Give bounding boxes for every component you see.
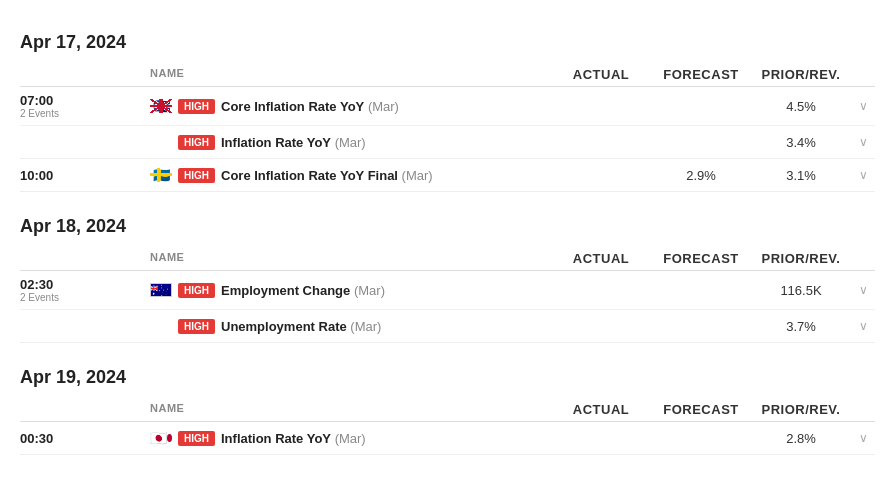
expand-chevron-icon[interactable]: ∨ — [851, 99, 875, 113]
event-name-text: Core Inflation Rate YoY Final (Mar) — [221, 168, 433, 183]
expand-chevron-icon[interactable]: ∨ — [851, 135, 875, 149]
section-2: Apr 19, 2024 NAME ACTUAL FORECAST PRIOR/… — [20, 367, 875, 455]
time-cell: 07:002 Events — [20, 93, 150, 119]
event-prior: 2.8% — [751, 431, 851, 446]
event-prior: 4.5% — [751, 99, 851, 114]
col-header-forecast: FORECAST — [651, 67, 751, 82]
event-period: (Mar) — [402, 168, 433, 183]
event-period: (Mar) — [354, 283, 385, 298]
table-row: 10:00🇸🇪HIGHCore Inflation Rate YoY Final… — [20, 159, 875, 191]
section-0: Apr 17, 2024 NAME ACTUAL FORECAST PRIOR/… — [20, 32, 875, 192]
event-forecast: 2.9% — [651, 168, 751, 183]
events-count: 2 Events — [20, 108, 150, 119]
event-prior: 3.1% — [751, 168, 851, 183]
col-header-actual: ACTUAL — [551, 67, 651, 82]
high-badge: HIGH — [178, 135, 215, 150]
event-period: (Mar) — [335, 431, 366, 446]
table-header: NAME ACTUAL FORECAST PRIOR/REV. — [20, 398, 875, 422]
event-period: (Mar) — [368, 99, 399, 114]
event-name-cell: HIGHInflation Rate YoY (Mar) — [150, 135, 551, 150]
col-header-prior: PRIOR/REV. — [751, 251, 851, 266]
expand-chevron-icon[interactable]: ∨ — [851, 319, 875, 333]
table-container: NAME ACTUAL FORECAST PRIOR/REV. 00:30🇯🇵H… — [20, 398, 875, 455]
time-cell: 02:302 Events — [20, 277, 150, 303]
event-name-text: Core Inflation Rate YoY (Mar) — [221, 99, 399, 114]
event-time: 07:00 — [20, 93, 150, 108]
event-name-text: Unemployment Rate (Mar) — [221, 319, 381, 334]
col-header-forecast: FORECAST — [651, 402, 751, 417]
high-badge: HIGH — [178, 283, 215, 298]
event-name-text: Inflation Rate YoY (Mar) — [221, 135, 366, 150]
event-time: 10:00 — [20, 168, 150, 183]
col-header-actual: ACTUAL — [551, 251, 651, 266]
event-name-cell: 🇸🇪HIGHCore Inflation Rate YoY Final (Mar… — [150, 168, 551, 183]
table-row: 02:302 Events🇦🇺HIGHEmployment Change (Ma… — [20, 271, 875, 310]
date-header: Apr 19, 2024 — [20, 367, 875, 388]
event-name-text: Inflation Rate YoY (Mar) — [221, 431, 366, 446]
time-cell: 00:30 — [20, 431, 150, 446]
table-header: NAME ACTUAL FORECAST PRIOR/REV. — [20, 63, 875, 87]
event-name-cell: 🇯🇵HIGHInflation Rate YoY (Mar) — [150, 431, 551, 446]
table-container: NAME ACTUAL FORECAST PRIOR/REV. 07:002 E… — [20, 63, 875, 192]
date-header: Apr 18, 2024 — [20, 216, 875, 237]
col-header-forecast: FORECAST — [651, 251, 751, 266]
event-time: 02:30 — [20, 277, 150, 292]
high-badge: HIGH — [178, 431, 215, 446]
table-row: 00:30🇯🇵HIGHInflation Rate YoY (Mar)2.8%∨ — [20, 422, 875, 454]
flag-se-icon: 🇸🇪 — [150, 168, 172, 182]
section-1: Apr 18, 2024 NAME ACTUAL FORECAST PRIOR/… — [20, 216, 875, 343]
col-header-prior: PRIOR/REV. — [751, 402, 851, 417]
high-badge: HIGH — [178, 319, 215, 334]
table-row: HIGHUnemployment Rate (Mar)3.7%∨ — [20, 310, 875, 342]
col-header-chevron — [851, 402, 875, 417]
table-container: NAME ACTUAL FORECAST PRIOR/REV. 02:302 E… — [20, 247, 875, 343]
flag-jp-icon: 🇯🇵 — [150, 431, 172, 445]
expand-chevron-icon[interactable]: ∨ — [851, 283, 875, 297]
event-name-cell: HIGHUnemployment Rate (Mar) — [150, 319, 551, 334]
col-header-prior: PRIOR/REV. — [751, 67, 851, 82]
high-badge: HIGH — [178, 168, 215, 183]
table-row: 07:002 Events🇬🇧HIGHCore Inflation Rate Y… — [20, 87, 875, 126]
col-header-name: NAME — [150, 67, 551, 82]
col-header-actual: ACTUAL — [551, 402, 651, 417]
event-prior: 116.5K — [751, 283, 851, 298]
col-header-name: NAME — [150, 402, 551, 417]
event-time: 00:30 — [20, 431, 150, 446]
event-name-text: Employment Change (Mar) — [221, 283, 385, 298]
flag-uk-icon: 🇬🇧 — [150, 99, 172, 113]
col-header-chevron — [851, 251, 875, 266]
expand-chevron-icon[interactable]: ∨ — [851, 168, 875, 182]
event-group-0: 02:302 Events🇦🇺HIGHEmployment Change (Ma… — [20, 271, 875, 343]
table-row: HIGHInflation Rate YoY (Mar)3.4%∨ — [20, 126, 875, 158]
event-period: (Mar) — [350, 319, 381, 334]
event-name-cell: 🇬🇧HIGHCore Inflation Rate YoY (Mar) — [150, 99, 551, 114]
event-name-cell: 🇦🇺HIGHEmployment Change (Mar) — [150, 283, 551, 298]
event-group-0: 00:30🇯🇵HIGHInflation Rate YoY (Mar)2.8%∨ — [20, 422, 875, 455]
expand-chevron-icon[interactable]: ∨ — [851, 431, 875, 445]
time-cell: 10:00 — [20, 168, 150, 183]
event-group-0: 07:002 Events🇬🇧HIGHCore Inflation Rate Y… — [20, 87, 875, 159]
event-period: (Mar) — [335, 135, 366, 150]
high-badge: HIGH — [178, 99, 215, 114]
event-prior: 3.4% — [751, 135, 851, 150]
table-header: NAME ACTUAL FORECAST PRIOR/REV. — [20, 247, 875, 271]
col-header-empty — [20, 251, 150, 266]
date-header: Apr 17, 2024 — [20, 32, 875, 53]
event-prior: 3.7% — [751, 319, 851, 334]
col-header-empty — [20, 402, 150, 417]
col-header-name: NAME — [150, 251, 551, 266]
col-header-chevron — [851, 67, 875, 82]
col-header-empty — [20, 67, 150, 82]
events-count: 2 Events — [20, 292, 150, 303]
flag-au-icon: 🇦🇺 — [150, 283, 172, 297]
event-group-1: 10:00🇸🇪HIGHCore Inflation Rate YoY Final… — [20, 159, 875, 192]
